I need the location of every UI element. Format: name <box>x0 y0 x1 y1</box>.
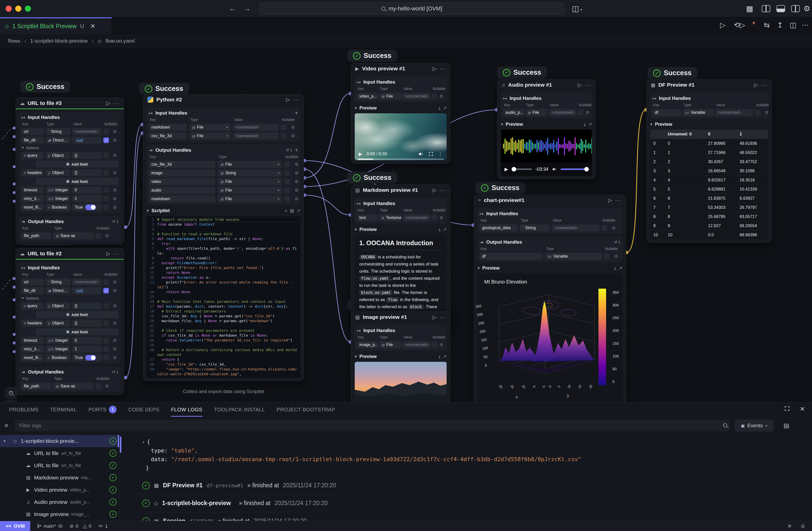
gear-icon[interactable]: ⚙ <box>112 153 118 158</box>
history-icon[interactable]: ↺ 1 <box>614 240 620 244</box>
boolean-toggle[interactable] <box>85 205 96 210</box>
gear-icon[interactable]: ⚙ <box>112 338 118 343</box>
run-node-icon[interactable]: ▷ <box>608 197 612 203</box>
rerun-flow-icon[interactable]: ⟲▷ <box>734 21 745 29</box>
nullable-checkbox[interactable] <box>285 170 290 176</box>
handle-row[interactable]: markdown▤File▾<connected>⚙ <box>149 124 298 131</box>
handle-row[interactable]: image▤String▾⚙ <box>149 169 298 177</box>
preview-header[interactable]: ▾Preview⤓↗ <box>355 354 447 359</box>
node-header[interactable]: ≈ chart-preview#1 ▷··· <box>474 195 626 206</box>
log-tree-item[interactable]: ▶ Video preview video_p... ✓ <box>0 484 119 496</box>
run-node-icon[interactable]: ▷ <box>754 82 758 88</box>
nullable-checkbox[interactable] <box>285 162 290 167</box>
gear-icon[interactable]: ⚙ <box>438 94 444 99</box>
handle-row-url[interactable]: url“String<connected>⚙ <box>21 278 118 285</box>
close-panel-icon[interactable]: ✕ <box>800 405 805 413</box>
handle-row-file-path[interactable]: file_path▥Save as⚙ <box>21 232 118 239</box>
table-row[interactable]: 8825.6678563.05717 <box>650 212 768 221</box>
log-tree-item[interactable]: ▾ ◇ 1-scriptlet-block-previe... ✓ <box>0 435 119 447</box>
run-node-icon[interactable]: ▷ <box>106 100 110 106</box>
table-row[interactable]: 3316.6654930.1086 <box>650 166 768 175</box>
fullscreen-icon[interactable] <box>428 151 433 156</box>
handle-row[interactable]: video_p...▤File<connected>⚙ <box>357 93 445 100</box>
log-tree-item[interactable]: ☁ URL to file url_to_file ✓ <box>0 447 119 459</box>
node-video-preview[interactable]: ▶ Video preview #1 ▷··· ↦Input Handles K… <box>351 63 450 164</box>
nullable-checkbox[interactable] <box>103 338 109 343</box>
preview-header[interactable]: ▾Preview <box>650 122 768 127</box>
gear-icon[interactable]: ⚙ <box>112 279 118 285</box>
node-header[interactable]: ▶ Video preview #1 ▷··· <box>351 63 450 74</box>
open-external-icon[interactable]: ↗ <box>588 122 592 127</box>
preview-header[interactable]: ▾Preview⤓↗ <box>478 266 622 271</box>
nullable-checkbox[interactable] <box>103 346 109 352</box>
table-row[interactable]: 9912.82769.20554 <box>650 221 768 230</box>
nullable-checkbox[interactable] <box>285 196 290 202</box>
volume-slider[interactable] <box>561 168 588 170</box>
node-header[interactable]: ▧ Image preview #1 ▷··· <box>351 312 450 322</box>
nullable-checkbox[interactable] <box>432 342 437 348</box>
nullable-checkbox[interactable] <box>281 133 286 139</box>
nullable-checkbox[interactable] <box>103 355 109 361</box>
table-row[interactable]: 0027.8098549.61936 <box>650 139 768 148</box>
log-view[interactable]: ▾{ type: "table", data: "/root/.oomol-st… <box>119 434 812 521</box>
nullable-checkbox[interactable] <box>103 187 109 193</box>
node-menu-icon[interactable]: ··· <box>439 66 446 72</box>
nullable-checkbox[interactable] <box>285 187 290 193</box>
node-header[interactable]: ☁ URL to file #3 ▷ ··· <box>16 98 124 109</box>
gear-icon[interactable]: ⚙ <box>764 110 770 115</box>
gear-icon[interactable]: ⚙ <box>613 254 619 259</box>
handle-row[interactable]: markdown▤File▾⚙ <box>149 195 298 202</box>
node-audio-preview[interactable]: ♫ Audio preview #1 ▷··· ↦Input Handles K… <box>497 79 596 179</box>
gear-icon[interactable]: ⚙ <box>293 196 300 202</box>
open-external-icon[interactable]: ↗ <box>443 106 447 111</box>
node-header[interactable]: Python #2 ▷ ··· <box>143 94 304 105</box>
seek-slider[interactable] <box>512 168 532 170</box>
breadcrumb-flows[interactable]: flows <box>8 38 20 44</box>
open-external-icon[interactable]: ↗ <box>443 354 447 359</box>
nullable-checkbox[interactable] <box>103 196 109 201</box>
node-image-preview[interactable]: ▧ Image preview #1 ▷··· ↦Input Handles K… <box>351 311 450 402</box>
back-icon[interactable]: ← <box>229 4 236 13</box>
handle-row-retry[interactable]: retry_ti...123Integer1⚙ <box>21 195 118 202</box>
filter-logs-input[interactable] <box>15 420 729 431</box>
node-menu-icon[interactable]: ··· <box>439 314 446 320</box>
nullable-checkbox[interactable] <box>601 225 607 231</box>
tab-project-bootstrap[interactable]: PROJECT BOOTSTRAP <box>276 403 335 417</box>
command-search-input[interactable]: my-hello-world [OVM] <box>260 2 564 15</box>
tab-close-icon[interactable]: ✕ <box>90 23 96 30</box>
run-node-icon[interactable]: ▷ <box>106 251 110 256</box>
nullable-checkbox[interactable] <box>103 303 109 309</box>
handle-row-headers[interactable]: ▾headers{}Object{}⚙ <box>21 320 118 327</box>
gear-icon[interactable]: ⚙ <box>438 342 444 348</box>
nullable-checkbox[interactable] <box>281 125 286 130</box>
toggle-sidebar-icon[interactable] <box>791 5 800 12</box>
handle-row[interactable]: text≣Textarea<connected>⚙ <box>357 214 445 221</box>
nullable-checkbox[interactable] <box>96 233 101 239</box>
play-icon[interactable]: ▶ <box>505 166 508 172</box>
handle-row-file-dir[interactable]: file_dir▣Direct...null✓⚙ <box>21 287 118 294</box>
handle-row[interactable]: video▤File▾⚙ <box>149 178 298 185</box>
split-view-icon[interactable]: ◫ <box>790 21 796 29</box>
log-entry[interactable]: ✓ ◇ 1-scriptlet-block-preview » finished… <box>142 494 812 512</box>
download-icon[interactable]: ⤓ <box>614 266 616 271</box>
nullable-checkbox[interactable] <box>755 110 761 115</box>
options-toggle[interactable]: ▾Options <box>21 295 118 301</box>
gear-icon[interactable]: ⚙ <box>112 303 118 309</box>
audio-player[interactable]: ▶ -03:34 <box>501 129 592 176</box>
tab-flow-logs[interactable]: FLOW LOGS <box>171 403 202 417</box>
gear-icon[interactable]: ⚙ <box>112 347 118 352</box>
preview-header[interactable]: ▾Preview⤓↗ <box>501 122 592 127</box>
settings-gear-icon[interactable]: ⚙ <box>803 4 810 13</box>
node-menu-icon[interactable]: ··· <box>585 82 591 88</box>
node-chart-preview[interactable]: ≈ chart-preview#1 ▷··· ↦Input Handles Ke… <box>474 195 626 402</box>
node-menu-icon[interactable]: ··· <box>615 197 622 203</box>
table-row[interactable]: 556.62888110.41339 <box>650 184 768 194</box>
gear-icon[interactable]: ⚙ <box>438 215 444 221</box>
git-compare-icon[interactable]: ⇆ <box>764 21 770 29</box>
node-header[interactable]: ♫ Audio preview #1 ▷··· <box>497 80 595 90</box>
handle-row-query[interactable]: ▾query{}Object{}⚙ <box>21 302 118 309</box>
preview-toggle-icon[interactable]: ◫ ▾ <box>572 4 582 13</box>
ovm-remote-button[interactable]: ><OVM <box>0 521 30 531</box>
git-branch-item[interactable]: main* <box>37 523 63 529</box>
handle-row[interactable]: geological_data“String<connected>⚙ <box>480 224 620 232</box>
